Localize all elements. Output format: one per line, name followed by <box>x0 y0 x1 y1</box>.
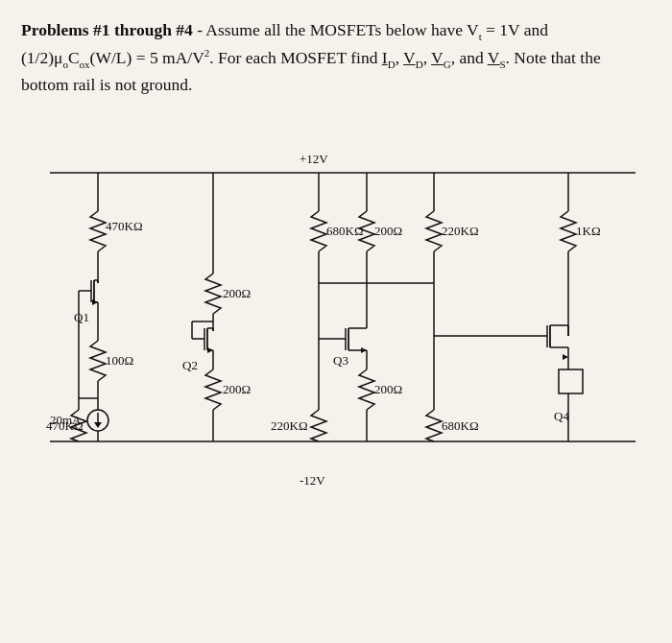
svg-marker-48 <box>361 347 367 353</box>
svg-marker-14 <box>92 299 98 305</box>
r3-label: 200Ω <box>223 286 251 300</box>
svg-marker-69 <box>563 354 568 360</box>
r13-label: 470KΩ <box>46 418 84 433</box>
q2-label: Q2 <box>182 358 198 372</box>
r5-label: 680KΩ <box>326 224 364 238</box>
svg-rect-70 <box>559 369 583 393</box>
r4-label: 200Ω <box>223 382 251 396</box>
vplus-label: +12V <box>300 152 328 166</box>
q3-label: Q3 <box>333 353 348 368</box>
r1-label: 470KΩ <box>106 219 143 233</box>
r11-label: 1KΩ <box>576 224 601 238</box>
circuit-diagram: +12V 470KΩ 100Ω <box>21 115 655 489</box>
r6-label: 200Ω <box>374 224 402 238</box>
q4-label: Q4 <box>554 409 569 423</box>
q1-label: Q1 <box>74 310 89 324</box>
circuit-svg: +12V 470KΩ 100Ω <box>21 115 655 489</box>
r2-label: 100Ω <box>106 353 133 368</box>
r8-label: 200Ω <box>374 382 402 396</box>
svg-marker-20 <box>94 422 102 428</box>
svg-marker-32 <box>207 347 213 353</box>
problem-title: Problems #1 through #4 - Assume all the … <box>21 20 601 94</box>
vminus-label: -12V <box>300 473 325 488</box>
r7-label: 220KΩ <box>442 224 479 238</box>
r10-label: 680KΩ <box>442 418 479 433</box>
r9-label: 220KΩ <box>271 418 308 433</box>
page: Problems #1 through #4 - Assume all the … <box>0 0 672 643</box>
problem-statement: Problems #1 through #4 - Assume all the … <box>21 17 651 98</box>
